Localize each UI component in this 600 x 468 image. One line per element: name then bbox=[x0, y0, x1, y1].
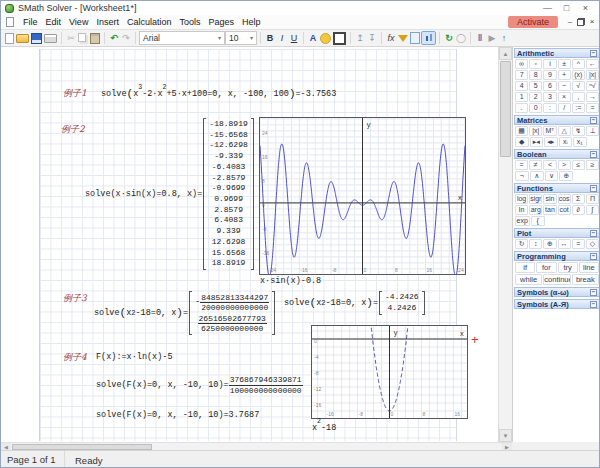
palette-button[interactable]: { bbox=[531, 216, 546, 226]
open-icon[interactable] bbox=[15, 31, 30, 45]
menu-insert[interactable]: Insert bbox=[92, 15, 123, 29]
palette-button[interactable]: 9 bbox=[543, 70, 556, 80]
ex1-formula[interactable]: solve(x3-2·x2+5·x+100=0, x, -100, 100)=-… bbox=[101, 87, 336, 100]
palette-header[interactable]: Matrices− bbox=[514, 115, 600, 125]
palette-header[interactable]: Arithmetic− bbox=[514, 48, 600, 58]
palette-button[interactable]: ▸◂ bbox=[530, 137, 544, 147]
palette-button[interactable]: ∞ bbox=[515, 59, 528, 69]
palette-button[interactable]: 4 bbox=[515, 81, 528, 91]
palette-button[interactable]: 8 bbox=[529, 70, 542, 80]
palette-button[interactable]: ◆ bbox=[515, 137, 529, 147]
palette-button[interactable]: . bbox=[515, 103, 528, 113]
palette-header[interactable]: Symbols (α-ω)− bbox=[514, 287, 600, 297]
plot2-caption[interactable]: x2-18 bbox=[312, 421, 336, 433]
activate-button[interactable]: Activate bbox=[508, 16, 558, 28]
save-icon[interactable] bbox=[30, 31, 43, 45]
vertical-scroll-thumb[interactable] bbox=[500, 61, 511, 157]
palette-button[interactable]: line bbox=[579, 262, 599, 273]
palette-button[interactable]: < bbox=[543, 160, 556, 170]
menu-tools[interactable]: Tools bbox=[175, 15, 204, 29]
pause-icon[interactable]: ‖ bbox=[474, 31, 486, 45]
font-size-select[interactable]: 10▾ bbox=[225, 31, 257, 45]
palette-button[interactable]: x₁ bbox=[573, 137, 587, 147]
palette-button[interactable]: sign bbox=[529, 194, 542, 204]
font-color-icon[interactable]: A bbox=[307, 31, 319, 45]
palette-button[interactable]: Σ bbox=[572, 194, 585, 204]
menu-pages[interactable]: Pages bbox=[204, 15, 238, 29]
palette-button[interactable]: while bbox=[515, 274, 542, 285]
palette-button[interactable]: = bbox=[515, 160, 528, 170]
palette-button[interactable]: ◂▸ bbox=[544, 137, 558, 147]
ex3-formula-exact[interactable]: solve(x2-18=0, x)= - 8485281334429720000… bbox=[94, 287, 275, 339]
redo-icon[interactable]: ↷ bbox=[120, 31, 132, 45]
palette-button[interactable]: ◇ bbox=[586, 239, 599, 249]
palette-button[interactable]: try bbox=[558, 262, 578, 273]
child-close-icon[interactable]: × bbox=[588, 17, 596, 27]
ex4-definition[interactable]: F(x):=x·ln(x)-5 bbox=[96, 352, 173, 362]
ex3-label[interactable]: 例子3 bbox=[63, 292, 87, 305]
ex4-formula-decimal[interactable]: solve(F(x)=0, x, -10, 10)=3.7687 bbox=[96, 410, 259, 420]
collapse-icon[interactable]: − bbox=[590, 230, 597, 237]
cut-icon[interactable]: ✂ bbox=[65, 31, 77, 45]
scroll-down-icon[interactable]: ▼ bbox=[499, 429, 512, 442]
plot2-chart[interactable]: yx-16-808160-4-8-12-16 bbox=[311, 325, 468, 419]
palette-button[interactable]: = bbox=[586, 103, 599, 113]
play-icon[interactable]: ▶ bbox=[486, 31, 498, 45]
palette-button[interactable]: ⊕ bbox=[543, 239, 556, 249]
ex1-label[interactable]: 例子1 bbox=[63, 87, 87, 100]
palette-button[interactable]: ∫ bbox=[586, 205, 599, 215]
plot1-chart[interactable]: yx-24-16-8081624241680-8-16 bbox=[259, 117, 466, 275]
scroll-up-icon[interactable]: ▲ bbox=[499, 47, 512, 60]
palette-button[interactable]: ∧ bbox=[530, 171, 544, 181]
italic-button[interactable]: I bbox=[276, 31, 288, 45]
palette-button[interactable]: arg bbox=[529, 205, 542, 215]
palette-button[interactable]: break bbox=[572, 274, 599, 285]
palette-button[interactable]: cot bbox=[558, 205, 571, 215]
go-top-icon[interactable]: ↑ bbox=[498, 31, 510, 45]
palette-button[interactable]: ↔ bbox=[558, 239, 571, 249]
bold-button[interactable]: B bbox=[264, 31, 276, 45]
palette-button[interactable]: > bbox=[558, 160, 571, 170]
function-icon[interactable]: fx bbox=[385, 31, 397, 45]
palette-button[interactable]: ∨ bbox=[545, 171, 559, 181]
child-minimize-icon[interactable]: – bbox=[566, 17, 574, 27]
palette-button[interactable]: ≥ bbox=[586, 160, 599, 170]
palette-button[interactable]: ln bbox=[515, 205, 528, 215]
palette-button[interactable]: 2 bbox=[529, 92, 542, 102]
palette-button[interactable]: xᵢ bbox=[559, 137, 573, 147]
palette-header[interactable]: Plot− bbox=[514, 228, 600, 238]
minimize-window-icon[interactable]: — bbox=[538, 2, 557, 15]
palette-button[interactable]: 7 bbox=[515, 70, 528, 80]
palette-button[interactable]: cos bbox=[558, 194, 571, 204]
palette-button[interactable]: △ bbox=[558, 126, 571, 136]
palette-button[interactable]: Mᵀ bbox=[543, 126, 556, 136]
palette-button[interactable]: ▦ bbox=[515, 126, 528, 136]
palette-button[interactable]: 3 bbox=[543, 92, 556, 102]
undo-icon[interactable]: ↶ bbox=[108, 31, 120, 45]
palette-button[interactable]: 5 bbox=[529, 81, 542, 91]
palette-button[interactable]: for bbox=[536, 262, 556, 273]
ex4-label[interactable]: 例子4 bbox=[63, 351, 87, 364]
palette-button[interactable]: continue bbox=[543, 274, 570, 285]
palette-button[interactable]: ⊕ bbox=[559, 171, 573, 181]
palette-button[interactable]: + bbox=[558, 70, 571, 80]
underline-button[interactable]: U bbox=[288, 31, 300, 45]
palette-button[interactable]: exp bbox=[515, 216, 530, 226]
palette-button[interactable]: ⊥ bbox=[586, 126, 599, 136]
insert-cursor[interactable]: + bbox=[471, 335, 479, 345]
subscript-icon[interactable]: ↧ bbox=[366, 31, 378, 45]
paste-icon[interactable] bbox=[89, 31, 101, 45]
palette-button[interactable]: 1 bbox=[515, 92, 528, 102]
palette-button[interactable]: i bbox=[543, 59, 556, 69]
web-icon[interactable]: ◯ bbox=[455, 31, 467, 45]
collapse-icon[interactable]: − bbox=[590, 253, 597, 260]
menu-view[interactable]: View bbox=[65, 15, 92, 29]
palette-button[interactable]: ← bbox=[586, 59, 599, 69]
menu-calculation[interactable]: Calculation bbox=[123, 15, 176, 29]
palette-button[interactable]: = bbox=[572, 239, 585, 249]
close-window-icon[interactable]: × bbox=[576, 2, 595, 15]
palette-button[interactable]: × bbox=[558, 92, 571, 102]
palette-button[interactable]: ▫ bbox=[529, 59, 542, 69]
palette-button[interactable]: ¬ bbox=[515, 171, 529, 181]
palette-button[interactable]: ^ bbox=[572, 59, 585, 69]
